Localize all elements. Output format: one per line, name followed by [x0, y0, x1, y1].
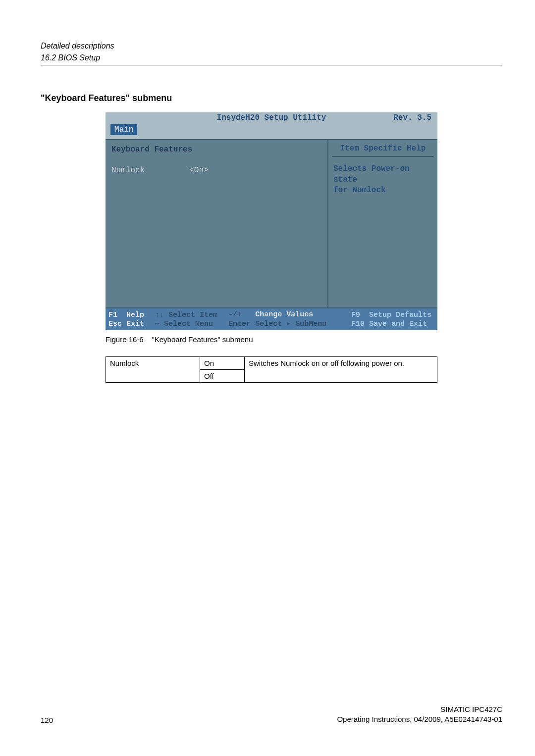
- running-header-section: Detailed descriptions: [41, 41, 502, 51]
- bios-left-pane: Keyboard Features Numlock <On>: [106, 140, 328, 307]
- bios-key-f10-label: Save and Exit: [369, 320, 427, 328]
- bios-left-heading: Keyboard Features: [111, 145, 321, 154]
- bios-footer: F1 Help Esc Exit ↑↓ Select Item ↔ Select…: [106, 308, 437, 330]
- table-row: Numlock On Switches Numlock on or off fo…: [106, 357, 437, 370]
- bios-title: InsydeH20 Setup Utility: [217, 113, 326, 122]
- bios-key-f9-label: Setup Defaults: [369, 311, 431, 319]
- bios-key-pm[interactable]: -/+: [228, 310, 242, 319]
- bios-footer-col3: -/+ Change Values Enter Select ▸ SubMenu: [228, 310, 326, 328]
- bios-key-lr[interactable]: ↔: [155, 320, 160, 328]
- bios-key-f1-label: Help: [126, 311, 144, 319]
- bios-help-pane: Item Specific Help Selects Power-on stat…: [328, 140, 437, 307]
- bios-key-updown-label: Select Item: [168, 311, 217, 319]
- figure-caption-label: Figure 16-6: [106, 335, 144, 344]
- bios-key-lr-label: Select Menu: [164, 320, 213, 328]
- bios-body: Keyboard Features Numlock <On> Item Spec…: [106, 139, 437, 308]
- figure-caption: Figure 16-6 "Keyboard Features" submenu: [106, 335, 437, 344]
- table-cell-value-on: On: [200, 357, 245, 370]
- table-cell-desc: Switches Numlock on or off following pow…: [245, 357, 437, 383]
- settings-table: Numlock On Switches Numlock on or off fo…: [106, 356, 437, 383]
- bios-titlebar: InsydeH20 Setup Utility Rev. 3.5 Main: [106, 112, 437, 139]
- bios-key-enter[interactable]: Enter: [228, 320, 251, 328]
- section-heading: "Keyboard Features" submenu: [41, 93, 502, 103]
- page-number: 120: [41, 716, 53, 724]
- page: Detailed descriptions 16.2 BIOS Setup "K…: [0, 0, 535, 756]
- figure-caption-text: "Keyboard Features" submenu: [152, 335, 253, 344]
- bios-setting-value[interactable]: <On>: [189, 166, 208, 175]
- footer-product: SIMATIC IPC427C: [337, 705, 502, 714]
- figure-wrap: InsydeH20 Setup Utility Rev. 3.5 Main Ke…: [41, 112, 502, 383]
- bios-key-f1[interactable]: F1: [108, 311, 117, 319]
- bios-help-heading: Item Specific Help: [332, 144, 433, 157]
- bios-help-text-line2: for Numlock: [333, 185, 432, 196]
- bios-setting-label: Numlock: [111, 166, 145, 175]
- footer-docline: Operating Instructions, 04/2009, A5E0241…: [337, 714, 502, 724]
- bios-key-esc[interactable]: Esc: [108, 320, 122, 328]
- running-header-subsection: 16.2 BIOS Setup: [41, 52, 502, 63]
- bios-key-updown[interactable]: ↑↓: [155, 311, 164, 319]
- bios-screenshot: InsydeH20 Setup Utility Rev. 3.5 Main Ke…: [106, 112, 437, 330]
- bios-footer-col4: F9 Setup Defaults F10 Save and Exit: [351, 310, 431, 328]
- bios-key-f9[interactable]: F9: [351, 311, 360, 319]
- footer-right: SIMATIC IPC427C Operating Instructions, …: [337, 705, 502, 725]
- bios-footer-col1: F1 Help Esc Exit: [108, 310, 144, 328]
- table-cell-value-off: Off: [200, 370, 245, 383]
- bios-help-text-line1: Selects Power-on state: [333, 164, 432, 185]
- bios-key-f10[interactable]: F10: [351, 320, 365, 328]
- bios-key-esc-label: Exit: [126, 320, 144, 328]
- bios-key-enter-label: Select ▸ SubMenu: [255, 320, 326, 328]
- header-rule: [41, 65, 502, 65]
- bios-revision: Rev. 3.5: [393, 113, 431, 122]
- bios-setting-numlock[interactable]: Numlock <On>: [111, 166, 321, 175]
- bios-key-pm-label: Change Values: [255, 310, 313, 319]
- bios-tab-main[interactable]: Main: [110, 124, 137, 135]
- table-cell-param: Numlock: [106, 357, 200, 383]
- bios-footer-col2: ↑↓ Select Item ↔ Select Menu: [155, 310, 217, 328]
